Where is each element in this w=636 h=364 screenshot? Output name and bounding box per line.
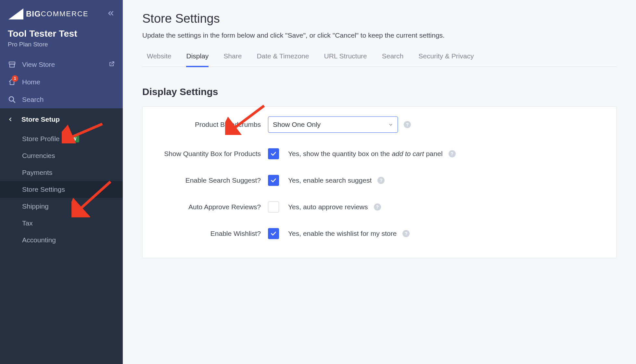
label-breadcrumbs: Product Breadcrumbs [156, 121, 268, 128]
help-icon[interactable]: ? [402, 230, 410, 237]
brand-commerce: COMMERCE [41, 10, 89, 18]
sidebar-item-currencies[interactable]: Currencies [0, 147, 123, 164]
check-icon [270, 230, 277, 237]
row-qty: Show Quantity Box for Products Yes, show… [156, 148, 603, 159]
tab-display[interactable]: Display [186, 52, 209, 67]
sidebar-item-store-profile[interactable]: Store ProfileNEW [0, 130, 123, 147]
sidebar-item-payments[interactable]: Payments [0, 164, 123, 181]
qty-checkbox[interactable] [268, 148, 279, 159]
home-label: Home [22, 78, 40, 86]
row-wishlist: Enable Wishlist? Yes, enable the wishlis… [156, 228, 603, 239]
tab-search[interactable]: Search [382, 52, 404, 67]
wishlist-checkbox[interactable] [268, 228, 279, 239]
chevron-left-icon [8, 117, 16, 122]
sidebar-item-label: Shipping [22, 202, 49, 210]
tab-date-timezone[interactable]: Date & Timezone [257, 52, 309, 67]
sidebar-item-label: Currencies [22, 152, 55, 160]
suggest-checkbox[interactable] [268, 175, 279, 186]
breadcrumbs-value: Show One Only [273, 121, 321, 128]
check-icon [270, 177, 277, 184]
tabs: WebsiteDisplayShareDate & TimezoneURL St… [142, 52, 617, 67]
section-title: Display Settings [142, 86, 617, 97]
sidebar: BIGCOMMERCE Tool Tester Test Pro Plan St… [0, 0, 123, 364]
sidebar-item-label: Accounting [22, 236, 56, 244]
sidebar-item-label: Payments [22, 169, 52, 176]
label-reviews: Auto Approve Reviews? [156, 203, 268, 211]
sidebar-item-label: Tax [22, 219, 33, 227]
section-header-label: Store Setup [21, 115, 60, 123]
sidebar-item-label: Store Profile [22, 135, 60, 143]
label-suggest: Enable Search Suggest? [156, 176, 268, 184]
view-store-label: View Store [22, 61, 55, 68]
view-store-link[interactable]: View Store [0, 56, 123, 73]
collapse-sidebar-icon[interactable] [107, 9, 115, 19]
search-label: Search [22, 96, 44, 103]
sidebar-top: BIGCOMMERCE Tool Tester Test Pro Plan St… [0, 0, 123, 108]
external-link-icon [108, 61, 115, 69]
search-icon [8, 95, 16, 104]
sidebar-item-label: Store Settings [22, 186, 65, 193]
brand-row: BIGCOMMERCE [0, 0, 123, 23]
sidebar-item-store-settings[interactable]: Store Settings [0, 181, 123, 198]
tab-security-privacy[interactable]: Security & Privacy [418, 52, 474, 67]
page-description: Update the settings in the form below an… [142, 31, 617, 39]
home-badge: 1 [12, 75, 18, 82]
store-icon [8, 60, 16, 69]
page-title: Store Settings [142, 12, 617, 26]
brand-big: BIG [26, 9, 41, 18]
new-badge: NEW [63, 135, 79, 142]
sidebar-item-accounting[interactable]: Accounting [0, 232, 123, 249]
help-icon[interactable]: ? [374, 203, 381, 211]
row-reviews: Auto Approve Reviews? Yes, auto approve … [156, 201, 603, 212]
home-link[interactable]: 1 Home [0, 73, 123, 91]
chevron-down-icon [388, 122, 393, 127]
breadcrumbs-select[interactable]: Show One Only [268, 116, 398, 133]
row-breadcrumbs: Product Breadcrumbs Show One Only ? [156, 116, 603, 133]
tab-url-structure[interactable]: URL Structure [324, 52, 367, 67]
reviews-checkbox[interactable] [268, 201, 279, 212]
settings-panel: Product Breadcrumbs Show One Only ? Show… [142, 106, 617, 258]
label-wishlist: Enable Wishlist? [156, 230, 268, 237]
logo-icon [8, 8, 24, 20]
store-info: Tool Tester Test Pro Plan Store [0, 23, 123, 56]
wishlist-text: Yes, enable the wishlist for my store [288, 230, 397, 237]
reviews-text: Yes, auto approve reviews [288, 203, 368, 211]
section-header-store-setup[interactable]: Store Setup [0, 108, 123, 130]
store-name: Tool Tester Test [8, 28, 115, 39]
tab-share[interactable]: Share [223, 52, 242, 67]
check-icon [270, 150, 277, 157]
help-icon[interactable]: ? [404, 121, 411, 128]
help-icon[interactable]: ? [449, 150, 456, 157]
suggest-text: Yes, enable search suggest [288, 176, 372, 184]
main-content: Store Settings Update the settings in th… [123, 0, 636, 364]
row-suggest: Enable Search Suggest? Yes, enable searc… [156, 175, 603, 186]
sidebar-section: Store Setup Store ProfileNEWCurrenciesPa… [0, 108, 123, 364]
store-plan: Pro Plan Store [8, 41, 115, 48]
sidebar-item-shipping[interactable]: Shipping [0, 198, 123, 215]
label-qty: Show Quantity Box for Products [156, 150, 268, 158]
qty-text: Yes, show the quantity box on the add to… [288, 150, 443, 158]
search-link[interactable]: Search [0, 91, 123, 108]
brand-logo[interactable]: BIGCOMMERCE [8, 8, 88, 20]
top-actions: View Store 1 Home Search [0, 56, 123, 108]
help-icon[interactable]: ? [377, 177, 385, 184]
sidebar-item-tax[interactable]: Tax [0, 215, 123, 232]
tab-website[interactable]: Website [147, 52, 171, 67]
